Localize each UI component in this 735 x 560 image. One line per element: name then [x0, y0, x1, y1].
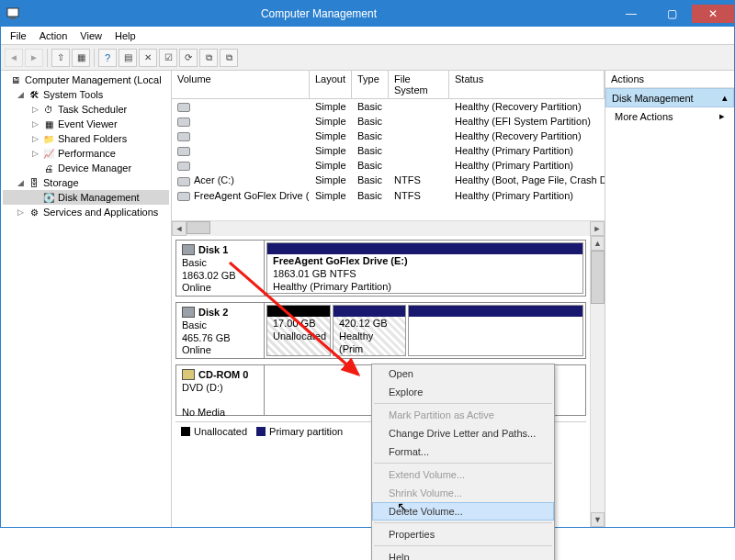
device-icon: 🖨: [42, 162, 55, 174]
tree-system-tools[interactable]: ◢🛠System Tools: [3, 87, 169, 102]
partition-wrap: 17.00 GB Unallocated 420.12 GB Healthy (…: [265, 303, 585, 358]
scroll-track[interactable]: [591, 251, 605, 512]
disk-row-1[interactable]: Disk 1 Basic 1863.02 GB Online FreeAgent…: [175, 240, 586, 297]
toolbar-btn-7[interactable]: ✕: [139, 49, 157, 67]
ctx-format[interactable]: Format...: [372, 442, 554, 461]
disk-type: Basic: [182, 257, 207, 268]
ctx-change-letter[interactable]: Change Drive Letter and Paths...: [372, 424, 554, 442]
toolbar-btn-6[interactable]: ▤: [119, 49, 137, 67]
help-button[interactable]: ?: [98, 49, 117, 67]
partition-size: 420.12 GB: [339, 318, 388, 329]
menu-action[interactable]: Action: [34, 28, 74, 43]
close-button[interactable]: ✕: [692, 5, 734, 23]
actions-more[interactable]: More Actions ▸: [605, 107, 734, 125]
ctx-shrink[interactable]: Shrink Volume...: [372, 484, 554, 502]
ctx-delete-volume[interactable]: Delete Volume...: [372, 502, 554, 521]
tree-label: Performance: [58, 148, 116, 159]
v-scrollbar[interactable]: ▲ ▼: [590, 236, 605, 527]
actions-more-label: More Actions: [615, 111, 673, 122]
tree-root[interactable]: 🖥Computer Management (Local: [3, 73, 169, 87]
collapse-icon[interactable]: ◢: [16, 178, 25, 187]
minimize-button[interactable]: —: [611, 5, 651, 23]
scroll-left-icon[interactable]: ◄: [172, 221, 187, 236]
legend-label: Primary partition: [269, 426, 343, 437]
legend-label: Unallocated: [194, 426, 247, 437]
refresh-button[interactable]: ⟳: [179, 49, 198, 67]
expand-icon[interactable]: ▷: [30, 149, 40, 158]
toolbar: ◄ ► ⇧ ▦ ? ▤ ✕ ☑ ⟳ ⧉ ⧉: [1, 45, 734, 71]
ctx-properties[interactable]: Properties: [372, 525, 554, 543]
context-menu: Open Explore Mark Partition as Active Ch…: [371, 364, 555, 560]
partition-unallocated[interactable]: 17.00 GB Unallocated: [266, 305, 331, 356]
scroll-up-icon[interactable]: ▲: [591, 236, 605, 251]
col-layout[interactable]: Layout: [310, 71, 352, 98]
scroll-down-icon[interactable]: ▼: [591, 512, 605, 527]
expand-icon[interactable]: ▷: [30, 134, 40, 143]
disk-type: DVD (D:): [182, 382, 223, 393]
ctx-explore[interactable]: Explore: [372, 383, 554, 401]
toolbar-btn-11[interactable]: ⧉: [220, 49, 238, 67]
up-button[interactable]: ⇧: [51, 49, 70, 67]
ctx-open[interactable]: Open: [372, 364, 554, 383]
scroll-thumb[interactable]: [187, 221, 210, 234]
tree-device-manager[interactable]: 🖨Device Manager: [3, 161, 169, 175]
volume-row[interactable]: SimpleBasicHealthy (Primary Partition): [172, 143, 605, 158]
col-type[interactable]: Type: [352, 71, 389, 98]
ctx-help[interactable]: Help: [372, 548, 554, 560]
toolbar-btn-4[interactable]: ▦: [72, 49, 90, 67]
actions-selected[interactable]: Disk Management ▴: [605, 88, 734, 107]
volume-row[interactable]: Acer (C:)SimpleBasicNTFSHealthy (Boot, P…: [172, 173, 605, 187]
tree-event-viewer[interactable]: ▷▦Event Viewer: [3, 117, 169, 131]
properties-button[interactable]: ☑: [159, 49, 177, 67]
volume-row[interactable]: SimpleBasicHealthy (Recovery Partition): [172, 99, 605, 114]
maximize-button[interactable]: ▢: [651, 5, 692, 23]
toolbar-btn-10[interactable]: ⧉: [199, 49, 218, 67]
col-volume[interactable]: Volume: [172, 71, 310, 98]
ctx-separator: [374, 522, 552, 523]
expand-icon[interactable]: ▷: [30, 105, 40, 114]
disk-title: Disk 2: [198, 307, 228, 318]
collapse-icon[interactable]: ◢: [16, 90, 25, 99]
expand-icon[interactable]: ▷: [16, 207, 25, 217]
disk-row-2[interactable]: Disk 2 Basic 465.76 GB Online 17.00 GB U…: [175, 302, 586, 359]
back-button[interactable]: ◄: [5, 49, 23, 67]
tree-storage[interactable]: ◢🗄Storage: [3, 175, 169, 190]
tree-disk-management[interactable]: 💽Disk Management: [3, 190, 169, 205]
expand-icon[interactable]: ▷: [30, 119, 40, 129]
actions-selected-label: Disk Management: [612, 93, 694, 104]
volume-row[interactable]: SimpleBasicHealthy (Recovery Partition): [172, 129, 605, 143]
volume-row[interactable]: SimpleBasicHealthy (Primary Partition): [172, 158, 605, 173]
menu-help[interactable]: Help: [109, 28, 141, 43]
ctx-mark-active[interactable]: Mark Partition as Active: [372, 406, 554, 424]
ctx-separator: [374, 463, 552, 464]
volume-row[interactable]: FreeAgent GoFlex Drive (E:)SimpleBasicNT…: [172, 188, 605, 203]
tree-task-scheduler[interactable]: ▷⏱Task Scheduler: [3, 102, 169, 117]
h-scrollbar[interactable]: ◄ ►: [172, 220, 605, 235]
legend-swatch: [256, 427, 266, 436]
tree-shared-folders[interactable]: ▷📁Shared Folders: [3, 131, 169, 146]
forward-button[interactable]: ►: [25, 49, 43, 67]
partition-name: FreeAgent GoFlex Drive (E:): [273, 255, 408, 266]
col-fs[interactable]: File System: [389, 71, 449, 98]
tree-services[interactable]: ▷⚙Services and Applications: [3, 205, 169, 219]
nav-tree[interactable]: 🖥Computer Management (Local ◢🛠System Too…: [1, 71, 172, 527]
services-icon: ⚙: [28, 206, 40, 218]
scroll-thumb[interactable]: [591, 251, 605, 304]
storage-icon: 🗄: [28, 176, 40, 189]
volume-row[interactable]: SimpleBasicHealthy (EFI System Partition…: [172, 114, 605, 129]
partition-other[interactable]: [408, 305, 583, 356]
tree-performance[interactable]: ▷📈Performance: [3, 146, 169, 161]
scroll-track[interactable]: [187, 221, 590, 236]
window-title: Computer Management: [27, 7, 611, 20]
ctx-separator: [374, 403, 552, 404]
col-status[interactable]: Status: [449, 71, 605, 98]
disk-title: Disk 1: [198, 244, 228, 255]
menu-view[interactable]: View: [74, 28, 107, 43]
partition-primary[interactable]: 420.12 GB Healthy (Prim: [333, 305, 406, 356]
scroll-right-icon[interactable]: ►: [590, 221, 605, 236]
ctx-extend[interactable]: Extend Volume...: [372, 465, 554, 484]
window: Computer Management — ▢ ✕ File Action Vi…: [0, 0, 735, 528]
menu-file[interactable]: File: [5, 28, 32, 43]
disk-icon: [182, 244, 195, 255]
partition-e[interactable]: FreeAgent GoFlex Drive (E:) 1863.01 GB N…: [266, 242, 583, 294]
